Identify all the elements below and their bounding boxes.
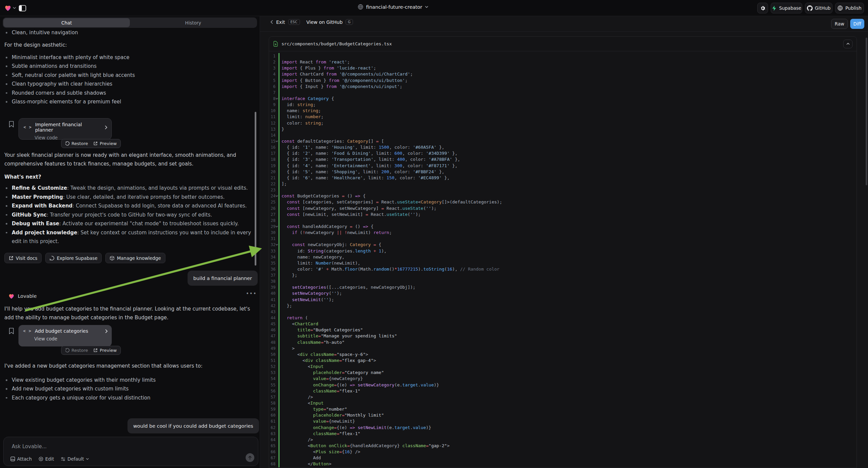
line-number: 65 bbox=[269, 443, 276, 449]
restore-button[interactable]: Restore bbox=[65, 141, 88, 146]
project-name: financial-future-creator bbox=[366, 4, 422, 10]
bookmark-icon[interactable] bbox=[9, 328, 14, 334]
added-features-list: View existing budget categories with the… bbox=[0, 376, 255, 402]
assistant-message: I'll help you add budget categories to t… bbox=[4, 304, 253, 322]
project-switcher[interactable]: financial-future-creator bbox=[358, 4, 429, 10]
line-number: 10 bbox=[269, 108, 276, 114]
preview-button[interactable]: Preview bbox=[93, 348, 117, 353]
diff-toggle-button[interactable]: Diff bbox=[850, 19, 864, 29]
github-button[interactable]: GitHub bbox=[805, 3, 832, 13]
line-number: 46 bbox=[269, 327, 276, 333]
line-number: 8 bbox=[269, 96, 276, 102]
chat-bubble-icon bbox=[50, 256, 54, 261]
line-number: 49 bbox=[269, 346, 276, 351]
project-chevron-down-icon bbox=[425, 6, 429, 8]
code-line: 23 bbox=[269, 187, 857, 193]
code-scrollbar-thumb[interactable] bbox=[866, 38, 867, 185]
line-number: 32 bbox=[269, 242, 276, 248]
logo-chevron-down-icon[interactable] bbox=[13, 7, 16, 9]
line-number: 40 bbox=[269, 290, 276, 296]
code-line: 41 setNewLimit(''); bbox=[269, 297, 857, 303]
code-line: 59 type="number" bbox=[269, 406, 857, 412]
code-line: 1 bbox=[269, 53, 857, 59]
code-line: 5import { Button } from '@/components/ui… bbox=[269, 78, 857, 84]
chevron-right-icon[interactable] bbox=[105, 329, 108, 333]
code-line: 18 { id: '3', name: 'Transportation', li… bbox=[269, 156, 857, 163]
bullet-item: Add project knowledge: Set key context o… bbox=[0, 228, 257, 246]
line-number: 14 bbox=[269, 132, 276, 138]
assistant-name: Lovable bbox=[18, 293, 37, 299]
esc-key-badge: ESC bbox=[288, 19, 300, 25]
code-line: 32 const newCategoryObj: Category = { bbox=[269, 242, 857, 248]
restore-preview-pill: Restore Preview bbox=[61, 346, 121, 355]
edit-mode-button[interactable]: Edit bbox=[39, 456, 54, 462]
publish-button[interactable]: Publish bbox=[835, 3, 864, 13]
collapse-file-button[interactable] bbox=[843, 39, 852, 48]
composer-toolbar: Attach Edit Default bbox=[10, 456, 89, 462]
fold-chevron-icon[interactable] bbox=[276, 96, 278, 102]
code-line: 15const defaultCategories: Category[] = … bbox=[269, 138, 857, 144]
code-line: 61 value={newLimit} bbox=[269, 418, 857, 425]
composer-placeholder[interactable]: Ask Lovable... bbox=[12, 443, 46, 449]
assistant-message: Your sleek financial planner is now read… bbox=[4, 151, 249, 168]
line-number: 58 bbox=[269, 400, 276, 406]
send-button[interactable] bbox=[246, 453, 254, 462]
code-line: 34 name: newCategory, bbox=[269, 254, 857, 260]
line-number: 5 bbox=[269, 78, 276, 84]
bullet-item: Subtle animations and transitions bbox=[0, 62, 255, 70]
restore-button[interactable]: Restore bbox=[65, 348, 88, 353]
view-on-github-button[interactable]: View on GitHub G bbox=[306, 19, 353, 25]
quick-actions-row: Visit docs Explore Supabase Manage knowl… bbox=[4, 253, 165, 263]
code-line: 30 if (!newCategory || !newLimit) return… bbox=[269, 230, 857, 236]
code-line: 49 > bbox=[269, 346, 857, 351]
line-number: 60 bbox=[269, 412, 276, 418]
restore-icon bbox=[65, 348, 69, 352]
raw-toggle-button[interactable]: Raw bbox=[831, 19, 848, 29]
code-line: 42 }; bbox=[269, 303, 857, 309]
line-number: 42 bbox=[269, 303, 276, 309]
edit-card-add-budget-categories[interactable]: < > Add budget categories View code bbox=[19, 325, 112, 347]
line-number: 62 bbox=[269, 425, 276, 431]
exit-button[interactable]: Exit ESC bbox=[271, 19, 300, 25]
chat-history-tabs: Chat History bbox=[3, 18, 257, 28]
fold-chevron-icon[interactable] bbox=[276, 242, 278, 248]
line-number: 20 bbox=[269, 169, 276, 175]
view-code-link[interactable]: View code bbox=[34, 336, 108, 342]
line-number: 24 bbox=[269, 193, 276, 199]
code-line: 63 className="flex-1" bbox=[269, 431, 857, 437]
tab-chat[interactable]: Chat bbox=[3, 18, 130, 27]
chat-composer[interactable]: Ask Lovable... Attach Edit bbox=[3, 437, 258, 466]
code-editor[interactable]: 12import React from 'react';3import { Pl… bbox=[269, 51, 857, 468]
manage-knowledge-button[interactable]: Manage knowledge bbox=[105, 253, 165, 263]
bullet-item: View existing budget categories with the… bbox=[0, 376, 255, 384]
fold-chevron-icon[interactable] bbox=[276, 138, 278, 144]
github-icon bbox=[807, 5, 813, 11]
explore-supabase-button[interactable]: Explore Supabase bbox=[45, 253, 102, 263]
line-number: 38 bbox=[269, 278, 276, 284]
fold-chevron-icon[interactable] bbox=[276, 224, 278, 230]
chevron-right-icon[interactable] bbox=[105, 125, 107, 129]
message-menu-button[interactable]: ••• bbox=[246, 291, 257, 297]
supabase-label: Supabase bbox=[779, 5, 801, 11]
settings-button[interactable] bbox=[757, 3, 768, 13]
bullet-item: Debug with Ease: Activate our experiment… bbox=[0, 219, 257, 228]
edit-card-implement-financial-planner[interactable]: < > Implement financial planner View cod… bbox=[19, 118, 112, 140]
code-line: 39 setCategories([...categories, newCate… bbox=[269, 284, 857, 290]
tab-history[interactable]: History bbox=[130, 18, 256, 27]
line-number: 67 bbox=[269, 455, 276, 461]
fold-chevron-icon[interactable] bbox=[276, 193, 278, 199]
supabase-bolt-icon bbox=[772, 5, 777, 11]
attach-button[interactable]: Attach bbox=[10, 456, 32, 462]
line-number: 13 bbox=[269, 126, 276, 132]
supabase-button[interactable]: Supabase bbox=[771, 3, 802, 13]
model-selector[interactable]: Default bbox=[61, 456, 89, 462]
visit-docs-button[interactable]: Visit docs bbox=[4, 253, 41, 263]
top-bar: financial-future-creator Supabase GitHub bbox=[0, 0, 868, 16]
code-icon: < > bbox=[23, 329, 32, 333]
chat-scrollbar-thumb[interactable] bbox=[255, 112, 256, 266]
sidebar-toggle-button[interactable] bbox=[18, 3, 28, 13]
bookmark-icon[interactable] bbox=[9, 121, 14, 127]
file-header[interactable]: src/components/budget/BudgetCategories.t… bbox=[269, 37, 857, 51]
preview-button[interactable]: Preview bbox=[93, 141, 117, 146]
lovable-heart-logo-icon[interactable] bbox=[4, 4, 12, 12]
